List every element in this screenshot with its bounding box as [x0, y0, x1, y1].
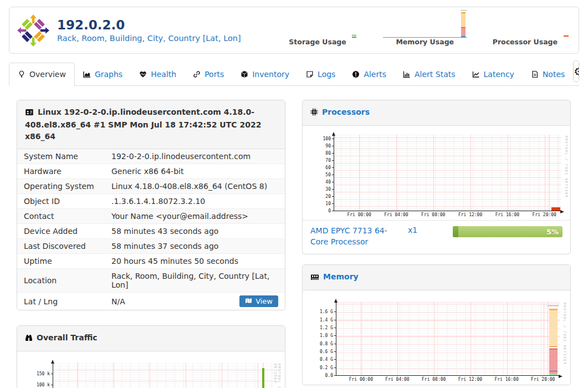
tab-graphs[interactable]: Graphs: [75, 63, 131, 86]
system-info-header: Linux 192-0-2-0.ip.linodeusercontent.com…: [17, 100, 285, 149]
settings-gear-button[interactable]: ⚙: [574, 61, 579, 81]
ytickmark: [332, 139, 334, 139]
seg: [461, 36, 466, 37]
tab-alerts[interactable]: Alerts: [344, 63, 395, 86]
ylab: 1.4 G: [311, 318, 333, 323]
ytickmark: [334, 375, 336, 376]
cpu-name-link[interactable]: AMD EPYC 7713 64-Core Processor: [310, 226, 393, 247]
table-row: Uptime20 hours 45 minutes 50 seconds: [17, 254, 285, 269]
ylab: 0.2 G: [311, 365, 333, 370]
tab-inventory[interactable]: Inventory: [232, 63, 298, 86]
ylab: 40: [309, 180, 331, 185]
cpu-usage-percent: 5%: [546, 226, 559, 237]
chart-area-icon: [83, 70, 91, 78]
ylab: 0.8 G: [311, 341, 333, 346]
ytickmark: [51, 374, 53, 374]
tab-ports-label: Ports: [204, 70, 224, 79]
ylab: 80: [309, 151, 331, 156]
table-row: HardwareGeneric x86 64-bit: [17, 164, 285, 179]
seg: [564, 35, 569, 37]
overall-traffic-header: Overall Traffic: [17, 326, 285, 351]
tab-logs[interactable]: Logs: [298, 63, 344, 86]
address-card-icon: [25, 108, 34, 119]
cpu-row: AMD EPYC 7713 64-Core Processor x1 5%: [303, 220, 570, 254]
right-column: Processors 0102030405060708090100Fri 00:…: [302, 100, 571, 385]
ytickmark: [334, 344, 336, 344]
tab-health[interactable]: Health: [131, 63, 185, 86]
seg: [549, 309, 558, 310]
ylab: 0.4 G: [311, 357, 333, 362]
ytickmark: [332, 167, 334, 168]
memory-title-link[interactable]: Memory: [323, 272, 359, 281]
seg: [461, 28, 466, 36]
tab-alert-stats[interactable]: Alert Stats: [395, 63, 464, 86]
processors-title-link[interactable]: Processors: [322, 108, 370, 116]
seg: [549, 349, 558, 349]
ytickmark: [332, 146, 334, 146]
overall-traffic-graph[interactable]: 050 k100 k150 kRRDTOOL / TOBI OETIKER: [17, 351, 285, 388]
xlab: Fri 04:00: [385, 377, 409, 382]
cpu-count[interactable]: x1: [408, 226, 417, 234]
tab-overview[interactable]: Overview: [9, 63, 75, 86]
view-map-button[interactable]: View: [239, 295, 278, 307]
tab-health-label: Health: [151, 70, 176, 79]
link-icon: [193, 70, 201, 78]
tab-alert-stats-label: Alert Stats: [415, 70, 456, 79]
storage-usage-mini-graph[interactable]: Storage Usage: [289, 33, 357, 46]
table-row: Object ID.1.3.6.1.4.1.8072.3.2.10: [17, 194, 285, 209]
traffic-plot-area: 050 k100 k150 kRRDTOOL / TOBI OETIKER: [53, 363, 274, 388]
tab-ports[interactable]: Ports: [185, 63, 232, 86]
xlab: Fri 12:00: [458, 212, 482, 217]
table-row-latlng: Lat / Lng N/A View: [17, 293, 285, 310]
file-lines-icon: [531, 70, 539, 78]
ylab: 100 k: [28, 382, 50, 387]
memory-usage-sparkline: [383, 9, 467, 38]
ylab: 30: [309, 187, 331, 192]
chart-column-icon: [403, 70, 411, 78]
memory-usage-mini-graph[interactable]: Memory Usage: [383, 9, 467, 46]
tab-graphs-label: Graphs: [95, 70, 122, 79]
memory-graph[interactable]: 0.00.2 G0.4 G0.6 G0.8 G1.0 G1.2 G1.4 G1.…: [303, 290, 570, 385]
ytickmark: [332, 182, 334, 182]
memory-usage-label: Memory Usage: [396, 38, 454, 46]
memory-ram-icon: [310, 272, 319, 284]
device-tabbar: Overview Graphs Health Ports Inventory L…: [9, 62, 579, 86]
tab-notes[interactable]: Notes: [523, 63, 573, 86]
ylab: 90: [309, 144, 331, 149]
ytickmark: [332, 211, 334, 211]
sticky-note-icon: [306, 70, 314, 78]
seg: [548, 305, 559, 306]
gear-icon: ⚙: [574, 66, 579, 77]
xlab: Fri 08:00: [422, 377, 446, 382]
ytickmark: [334, 335, 336, 336]
seg: [352, 35, 356, 35]
heart-pulse-icon: [139, 70, 147, 78]
xlab: Fri 20:00: [531, 377, 555, 382]
device-location-link[interactable]: Rack, Room, Building, City, Country [Lat…: [57, 34, 241, 43]
ytickmark: [334, 359, 336, 360]
ytickmark: [332, 203, 334, 204]
processor-usage-label: Processor Usage: [493, 38, 558, 46]
ylab: 1.0 G: [311, 333, 333, 338]
seg: [461, 12, 466, 13]
seg: [549, 310, 558, 346]
ytickmark: [334, 328, 336, 328]
processors-graph[interactable]: 0102030405060708090100Fri 00:00Fri 04:00…: [303, 126, 570, 220]
ylab: 10: [309, 201, 331, 206]
ytickmark: [332, 196, 334, 197]
ylab: 20: [309, 194, 331, 199]
ylab: 1.2 G: [311, 325, 333, 330]
memory-header: Memory: [303, 265, 570, 290]
ytickmark: [334, 351, 336, 352]
view-button-label: View: [255, 297, 273, 305]
xlab: Fri 00:00: [349, 377, 373, 382]
ytickmark: [332, 153, 334, 154]
processors-panel: Processors 0102030405060708090100Fri 00:…: [302, 100, 571, 254]
tab-latency[interactable]: Latency: [464, 63, 523, 86]
table-row: ContactYour Name <your@email.address>: [17, 209, 285, 224]
table-row: System Name192-0-2-0.ip.linodeuserconten…: [17, 149, 285, 164]
ylab: 0: [309, 208, 331, 213]
processor-usage-mini-graph[interactable]: Processor Usage: [493, 33, 569, 46]
table-row: Last Discovered58 minutes 37 seconds ago: [17, 239, 285, 254]
seg: [551, 207, 560, 211]
